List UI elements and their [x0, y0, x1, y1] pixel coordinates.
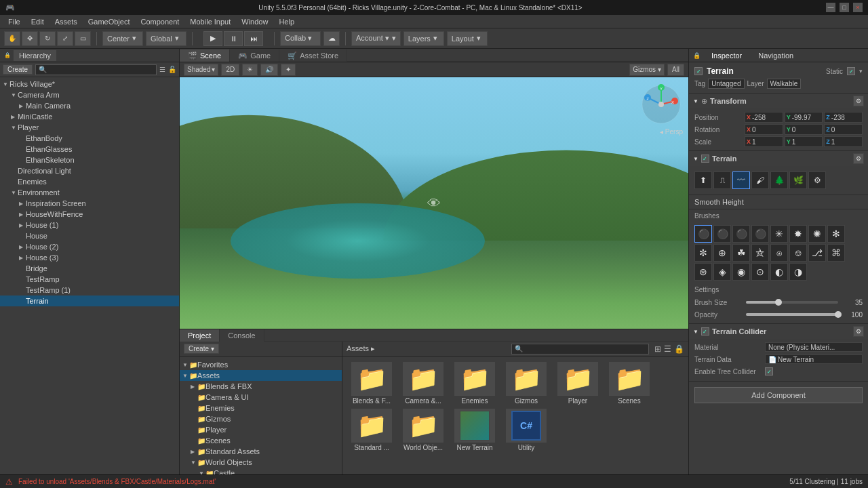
- minimize-btn[interactable]: —: [826, 3, 835, 12]
- brush-size-thumb[interactable]: [775, 299, 782, 306]
- asset-item[interactable]: 📁Standard ...: [348, 409, 395, 451]
- brush-item[interactable]: ⚫: [694, 225, 712, 243]
- brush-item[interactable]: ⊛: [694, 263, 712, 281]
- smooth-height-tool[interactable]: 〰: [732, 171, 750, 189]
- rot-x-field[interactable]: X 0: [745, 124, 783, 135]
- assets-list-btn[interactable]: ☰: [664, 344, 671, 354]
- brush-item[interactable]: ◐: [770, 263, 788, 281]
- shading-dropdown[interactable]: Shaded ▾: [184, 64, 218, 76]
- paint-texture-tool[interactable]: 🖌: [751, 171, 769, 189]
- space-dropdown[interactable]: Global ▾: [146, 31, 186, 46]
- terrain-settings-btn[interactable]: ⚙: [853, 153, 864, 164]
- hierarchy-item[interactable]: TestRamp: [0, 274, 179, 285]
- 2d-button[interactable]: 2D: [221, 64, 239, 76]
- hierarchy-item[interactable]: Main Camera: [0, 100, 179, 111]
- hierarchy-item[interactable]: Ricks Village*: [0, 79, 179, 89]
- brush-item[interactable]: ✺: [808, 225, 826, 243]
- hierarchy-item[interactable]: House: [0, 230, 179, 241]
- tab-navigation[interactable]: Navigation: [753, 50, 799, 61]
- scale-x-field[interactable]: X 1: [745, 136, 783, 147]
- hierarchy-item[interactable]: EthanBody: [0, 133, 179, 144]
- hierarchy-item[interactable]: EthanSkeleton: [0, 155, 179, 165]
- pos-x-field[interactable]: X -258: [745, 112, 783, 123]
- asset-item[interactable]: 📁Scenes: [606, 362, 653, 405]
- hierarchy-search[interactable]: [35, 64, 157, 75]
- menu-help[interactable]: Help: [273, 16, 300, 27]
- project-tree-item[interactable]: 📁 Favorites: [180, 359, 342, 370]
- brush-item[interactable]: ⊙: [751, 263, 769, 281]
- rot-z-field[interactable]: Z 0: [824, 124, 863, 135]
- assets-search[interactable]: [511, 344, 649, 354]
- hierarchy-item[interactable]: Bridge: [0, 263, 179, 274]
- hierarchy-item[interactable]: Camera Arm: [0, 89, 179, 100]
- scene-gizmo[interactable]: X Y Z: [641, 84, 682, 125]
- hierarchy-item[interactable]: Terrain: [0, 296, 179, 306]
- project-tree-item[interactable]: 📁 Assets: [180, 370, 342, 381]
- close-btn[interactable]: ×: [853, 3, 863, 12]
- tab-project[interactable]: Project: [180, 329, 220, 342]
- assets-view-btn[interactable]: ⊞: [654, 344, 661, 354]
- brush-item[interactable]: ✼: [694, 244, 712, 262]
- hierarchy-item[interactable]: MiniCastle: [0, 111, 179, 122]
- lighting-btn[interactable]: ☀: [242, 64, 258, 76]
- hierarchy-item[interactable]: House (2): [0, 241, 179, 252]
- place-trees-tool[interactable]: 🌲: [770, 171, 788, 189]
- project-tree-item[interactable]: 📁 Gizmos: [180, 413, 342, 424]
- tab-game[interactable]: 🎮 Game: [230, 49, 279, 62]
- hierarchy-collapse[interactable]: 🔒: [4, 52, 11, 58]
- menu-assets[interactable]: Assets: [50, 16, 83, 27]
- asset-item[interactable]: C#Utility: [502, 409, 550, 451]
- project-tree-item[interactable]: 📁 Standard Assets: [180, 446, 342, 457]
- brush-item[interactable]: ◉: [732, 263, 750, 281]
- inspector-collapse-icon[interactable]: 🔒: [693, 52, 701, 59]
- hierarchy-item[interactable]: House (3): [0, 252, 179, 263]
- hierarchy-item[interactable]: EthanGlasses: [0, 144, 179, 155]
- hierarchy-item[interactable]: HouseWithFence: [0, 209, 179, 220]
- pos-y-field[interactable]: Y -99.97: [785, 112, 823, 123]
- tc-material-value[interactable]: None (Physic Materi...: [765, 342, 863, 352]
- scene-view[interactable]: 👁 X Y: [180, 77, 688, 329]
- gizmos-dropdown[interactable]: Gizmos ▾: [629, 64, 665, 76]
- audio-btn[interactable]: 🔊: [260, 64, 278, 76]
- tc-settings-btn[interactable]: ⚙: [853, 326, 864, 337]
- hierarchy-item[interactable]: Directional Light: [0, 165, 179, 176]
- hierarchy-item[interactable]: Player: [0, 122, 179, 133]
- brush-item[interactable]: ☘: [732, 244, 750, 262]
- asset-item[interactable]: 📁Blends & F...: [348, 362, 395, 405]
- menu-file[interactable]: File: [3, 16, 26, 27]
- terrain-enabled-cb[interactable]: ✓: [701, 155, 709, 163]
- play-button[interactable]: ▶: [203, 31, 222, 46]
- hierarchy-options[interactable]: ☰: [159, 66, 165, 73]
- step-button[interactable]: ⏭: [244, 31, 263, 46]
- move-tool[interactable]: ✥: [22, 31, 38, 46]
- brush-item[interactable]: ✻: [827, 225, 845, 243]
- menu-edit[interactable]: Edit: [26, 16, 50, 27]
- terrain-collider-header[interactable]: ▼ ✓ Terrain Collider ⚙: [689, 324, 868, 339]
- project-tree-item[interactable]: 📁 World Objects: [180, 457, 342, 468]
- pause-button[interactable]: ⏸: [224, 31, 243, 46]
- hierarchy-item[interactable]: Enemies: [0, 176, 179, 187]
- maximize-btn[interactable]: □: [840, 3, 849, 12]
- tab-asset-store[interactable]: 🛒 Asset Store: [279, 49, 347, 62]
- layers-dropdown[interactable]: Layers ▾: [403, 31, 444, 46]
- hierarchy-item[interactable]: TestRamp (1): [0, 285, 179, 296]
- asset-item[interactable]: 📁Gizmos: [502, 362, 550, 405]
- project-tree-item[interactable]: 📁 Scenes: [180, 435, 342, 446]
- gizmos-all-btn[interactable]: All: [667, 64, 684, 76]
- fx-btn[interactable]: ✦: [281, 64, 296, 76]
- window-controls[interactable]: — □ ×: [826, 3, 863, 12]
- terrain-settings-tool[interactable]: ⚙: [808, 171, 826, 189]
- brush-item[interactable]: ⍟: [770, 244, 788, 262]
- asset-item[interactable]: 📁Player: [554, 362, 601, 405]
- object-enabled-checkbox[interactable]: ✓: [694, 67, 703, 75]
- brush-item[interactable]: ✸: [789, 225, 807, 243]
- hierarchy-item[interactable]: Inspiration Screen: [0, 198, 179, 209]
- brush-item[interactable]: ⚫: [732, 225, 750, 243]
- project-tree-item[interactable]: 📁 Camera & UI: [180, 392, 342, 403]
- brush-item[interactable]: ⛤: [751, 244, 769, 262]
- project-tree-item[interactable]: 📁 Enemies: [180, 403, 342, 413]
- assets-lock-btn[interactable]: 🔒: [674, 344, 684, 354]
- transform-header[interactable]: ▼ ⊕ Transform ⚙: [689, 94, 868, 108]
- asset-item[interactable]: 📁World Obje...: [399, 409, 447, 451]
- brush-item[interactable]: ⚫: [713, 225, 731, 243]
